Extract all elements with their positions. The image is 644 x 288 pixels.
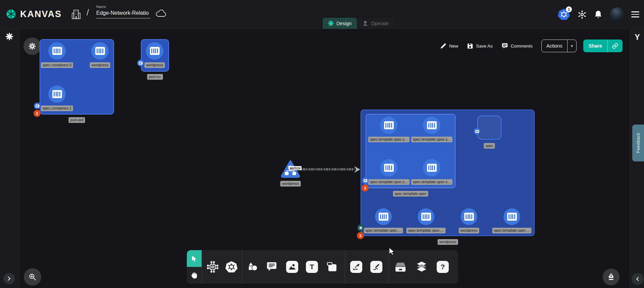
- kubernetes-tool-button[interactable]: [225, 261, 238, 273]
- toolbar-divider: [242, 250, 242, 284]
- container-node[interactable]: [418, 208, 434, 225]
- canvas-settings-button[interactable]: [23, 38, 41, 55]
- comments-icon: [501, 43, 508, 49]
- kanvas-app: KANVAS / Name Edge-Network-Relatio: [0, 0, 644, 288]
- container-node[interactable]: [48, 42, 66, 60]
- save-as-label: Save As: [476, 44, 493, 49]
- actions-chevron-down-icon[interactable]: ▾: [568, 44, 576, 48]
- shapes-tool-button[interactable]: [246, 261, 259, 273]
- meshery-spiral-icon[interactable]: [5, 32, 14, 41]
- edge-port-label: 80/TCP: [289, 166, 302, 170]
- pencil-new-icon: [440, 43, 446, 49]
- pod-badge-icon[interactable]: [34, 102, 41, 109]
- node-label: spec.containers.0: [41, 62, 73, 68]
- design-name-field[interactable]: Name Edge-Network-Relatio: [96, 5, 150, 18]
- image-tool-button[interactable]: [286, 261, 298, 273]
- container-node[interactable]: [423, 159, 440, 176]
- comment-tool-button[interactable]: [266, 262, 277, 272]
- comments-button[interactable]: Comments: [501, 43, 533, 49]
- error-count-badge[interactable]: 2: [34, 110, 41, 117]
- select-tool-button[interactable]: [187, 250, 202, 267]
- k8s-context-switcher[interactable]: 1: [557, 8, 570, 21]
- deployment-badge-icon[interactable]: [357, 224, 364, 231]
- components-tool-button[interactable]: [207, 261, 219, 273]
- shapes-icon: [246, 261, 259, 273]
- group-label: pod-rcc: [147, 74, 163, 80]
- group-label: pod-skd: [68, 117, 85, 123]
- design-name-input[interactable]: Edge-Network-Relatio: [96, 10, 150, 18]
- pan-tool-button[interactable]: [187, 267, 202, 284]
- help-tool-button[interactable]: ?: [437, 261, 449, 273]
- share-button[interactable]: Share: [583, 40, 623, 52]
- design-name-label: Name: [96, 5, 150, 9]
- cloud-sync-icon[interactable]: [155, 9, 167, 18]
- drawer-tool-button[interactable]: [394, 261, 407, 273]
- container-icon: [507, 213, 517, 221]
- text-tool-button[interactable]: T: [306, 261, 318, 273]
- pen-tool-button[interactable]: [350, 261, 362, 273]
- chip-components-icon: [207, 261, 219, 273]
- header-icons: 1: [557, 0, 639, 29]
- error-count-badge[interactable]: 3: [362, 185, 369, 192]
- notifications-bell-icon[interactable]: [594, 10, 602, 19]
- expand-left-panel-button[interactable]: [3, 273, 15, 284]
- operate-robot-icon: [362, 20, 368, 26]
- feedback-tab[interactable]: Feedback: [632, 125, 644, 161]
- layers-tool-button[interactable]: [416, 261, 428, 273]
- pod-badge-icon[interactable]: [474, 128, 480, 135]
- container-node[interactable]: [380, 117, 397, 134]
- tab-design-label: Design: [336, 21, 352, 26]
- container-icon: [95, 47, 105, 55]
- container-icon: [379, 213, 388, 221]
- brand[interactable]: KANVAS: [5, 8, 62, 20]
- node-label: spec.template.spec....: [364, 228, 403, 233]
- user-avatar[interactable]: [610, 7, 624, 21]
- container-icon: [52, 90, 62, 98]
- freehand-tool-button[interactable]: [370, 261, 382, 273]
- mouse-cursor-icon: [388, 247, 396, 256]
- settings-gear-icon[interactable]: [578, 10, 587, 19]
- comment-icon: [266, 262, 277, 272]
- group-spec-template-spec[interactable]: [366, 114, 455, 188]
- container-node[interactable]: [423, 117, 440, 134]
- container-node[interactable]: [461, 208, 477, 225]
- share-link-icon[interactable]: [608, 43, 623, 49]
- pen-nib-icon: [607, 273, 615, 281]
- image-icon: [286, 261, 298, 273]
- tab-design[interactable]: Design: [323, 18, 357, 29]
- frame-tool-button[interactable]: [326, 262, 338, 272]
- chevron-left-icon: [636, 277, 640, 281]
- chevron-right-icon: [7, 277, 11, 281]
- expand-right-panel-button[interactable]: [632, 273, 644, 285]
- container-node[interactable]: [91, 42, 109, 60]
- pod-badge-icon[interactable]: [137, 60, 144, 66]
- pen-nib-button[interactable]: [603, 269, 620, 285]
- actions-label: Actions: [542, 43, 567, 49]
- k8s-context-count-badge: 1: [566, 6, 572, 12]
- spec-node[interactable]: [477, 116, 501, 140]
- save-as-button[interactable]: Save As: [467, 43, 493, 49]
- menu-hamburger-icon[interactable]: [631, 11, 639, 17]
- container-node[interactable]: [380, 159, 397, 176]
- organization-icon[interactable]: [71, 9, 81, 20]
- container-node[interactable]: [146, 42, 163, 60]
- toolbar-divider: [202, 250, 202, 284]
- node-label: spec: [484, 143, 495, 149]
- node-label: wordpress: [280, 181, 301, 187]
- kanvas-logo-icon: [5, 8, 17, 20]
- actions-button[interactable]: Actions ▾: [541, 40, 577, 52]
- container-node[interactable]: [503, 208, 520, 225]
- pod-badge-icon[interactable]: [362, 177, 369, 184]
- service-to-deployment-edge[interactable]: [298, 168, 355, 170]
- cursor-arrow-icon: [191, 255, 198, 262]
- yaml-panel-toggle[interactable]: Y: [630, 33, 644, 42]
- error-count-badge[interactable]: 3: [357, 232, 364, 239]
- container-icon: [427, 121, 437, 129]
- new-button[interactable]: New: [440, 43, 458, 49]
- tab-operate[interactable]: Operate: [357, 18, 394, 29]
- feedback-label: Feedback: [636, 133, 641, 153]
- drawer-archive-icon: [394, 261, 407, 273]
- zoom-in-button[interactable]: [24, 268, 41, 286]
- container-node[interactable]: [48, 85, 66, 103]
- container-node[interactable]: [375, 208, 392, 225]
